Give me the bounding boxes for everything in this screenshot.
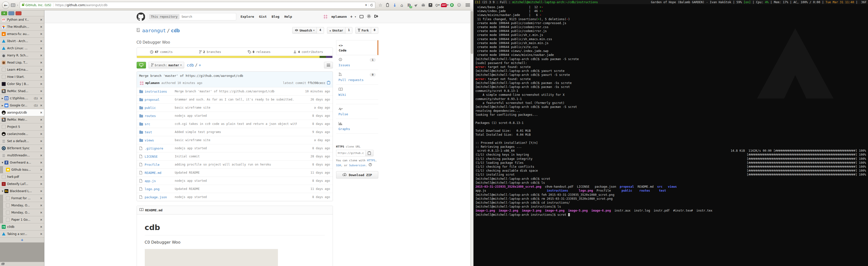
sidebar-item-wiki[interactable]: Wiki — [336, 85, 378, 100]
star-count[interactable]: 1 — [345, 27, 352, 33]
commit-author-link[interactable]: mplamann — [146, 81, 160, 85]
copy-sha-icon[interactable] — [327, 81, 330, 85]
tab-row[interactable]: ITPython and Y...× — [0, 16, 44, 23]
tab-row[interactable]: Format for ...× — [0, 195, 44, 202]
settings-gear-icon[interactable] — [367, 14, 371, 19]
twisty-icon[interactable]: ▶ — [2, 97, 4, 100]
home-icon[interactable]: ⌂ — [398, 2, 405, 8]
disconnect-icon[interactable]: D — [448, 2, 456, 8]
tab-close-icon[interactable]: × — [38, 90, 44, 93]
file-commit-message-link[interactable]: basic wireframe site — [175, 138, 297, 142]
github-logo-icon[interactable] — [136, 12, 145, 21]
tab-row[interactable]: eemacs-fu: au...× — [0, 31, 44, 38]
clipboard-icon[interactable] — [384, 2, 391, 8]
tab-close-icon[interactable]: × — [38, 190, 44, 193]
search-box[interactable]: This repository — [148, 13, 236, 21]
scrollbar-thumb[interactable] — [471, 11, 473, 54]
tab-close-icon[interactable]: × — [38, 161, 44, 164]
file-name-link[interactable]: .gitignore — [145, 146, 175, 150]
twisty-icon[interactable]: ▶ — [2, 104, 4, 107]
commit-message-link[interactable]: Merge branch 'master' of https://github.… — [137, 72, 333, 79]
tab-row[interactable]: ▼fOverheard a...× — [0, 159, 44, 166]
back-button[interactable]: ← — [2, 1, 9, 9]
tab-close-icon[interactable]: × — [38, 232, 44, 236]
tab-close-icon[interactable]: × — [38, 125, 44, 129]
username-link[interactable]: mplamann — [332, 15, 347, 19]
sidebar-item-issues[interactable]: 1Issues — [336, 55, 378, 70]
tab-close-icon[interactable]: × — [38, 225, 44, 229]
new-file-button[interactable]: + — [199, 63, 201, 67]
clone-in-desktop-button[interactable] — [136, 62, 146, 68]
watch-button[interactable]: Unwatch▼ 4 — [292, 27, 324, 34]
tab-row[interactable]: RReMix: Shad...× — [0, 88, 44, 95]
feedback-smiley-icon[interactable]: ☺ — [456, 2, 463, 8]
file-commit-message-link[interactable]: Added simple test programs — [175, 130, 297, 134]
clone-ssh-link[interactable]: SSH — [336, 164, 341, 167]
tab-close-icon[interactable]: × — [38, 111, 44, 114]
new-repo-menu[interactable]: + ▼ — [350, 14, 356, 19]
tab-close-icon[interactable]: × — [38, 32, 44, 36]
url-text[interactable]: https://github.com/aarongut/cdb — [56, 3, 364, 7]
file-commit-message-link[interactable]: nodejs app started — [175, 179, 297, 182]
tab-close-icon[interactable]: × — [38, 39, 44, 43]
tab-close-icon[interactable]: × — [38, 197, 44, 200]
file-name-link[interactable]: README.md — [145, 171, 175, 175]
sign-out-icon[interactable] — [374, 14, 378, 19]
tab-row[interactable]: //@c0db× — [0, 223, 44, 231]
sidebar-item-graphs[interactable]: Graphs — [336, 119, 378, 134]
tab-row[interactable]: RReMix: Metr...× — [0, 116, 44, 123]
tab-close-icon[interactable]: × — [38, 46, 44, 50]
tab-row[interactable]: Harry R. Sch...× — [0, 52, 44, 59]
tab-close-icon[interactable]: × — [38, 139, 44, 143]
tab-close-icon[interactable]: × — [38, 104, 44, 107]
tab-row[interactable]: libvirt - Arch...× — [0, 38, 44, 45]
tab-row[interactable]: Project 5× — [0, 123, 44, 131]
file-commit-message-link[interactable]: basic wireframe site — [175, 106, 297, 109]
nav-link-explore[interactable]: Explore — [241, 15, 254, 19]
nav-link-blog[interactable]: Blog — [272, 15, 279, 19]
nav-link-gist[interactable]: Gist — [259, 15, 267, 19]
window-stack-icon[interactable] — [1, 263, 4, 265]
tab-row[interactable]: ▶c:\t\philos....(1)× — [0, 95, 44, 102]
file-commit-message-link[interactable]: Grammar and such. As far as I can tell, … — [175, 98, 297, 101]
tab-row[interactable]: multithreadin...× — [0, 152, 44, 159]
tab-close-icon[interactable]: × — [38, 25, 44, 29]
file-commit-message-link[interactable]: Updated README — [175, 187, 297, 191]
file-commit-message-link[interactable]: nodejs app started — [175, 195, 297, 199]
file-commit-message-link[interactable]: nodejs app started — [175, 114, 297, 118]
tab-close-icon[interactable]: × — [38, 204, 44, 207]
file-name-link[interactable]: views — [145, 138, 175, 142]
android-icon[interactable] — [420, 2, 427, 8]
file-name-link[interactable]: Procfile — [145, 163, 175, 166]
tab-row[interactable]: hw9.pdf× — [0, 173, 44, 180]
sidebar-blue-button[interactable] — [8, 11, 14, 15]
tab-close-icon[interactable]: × — [38, 82, 44, 86]
url-bar[interactable]: GitHub, Inc. (US) https://github.com/aar… — [20, 2, 375, 9]
tab-row[interactable]: The Mindfuln...× — [0, 23, 44, 31]
nav-link-help[interactable]: Help — [284, 15, 292, 19]
clone-url-input[interactable] — [336, 150, 365, 156]
help-icon[interactable]: ? — [369, 164, 372, 167]
tab-close-icon[interactable]: × — [38, 132, 44, 136]
sidebar-red-button[interactable] — [16, 11, 22, 15]
tab-row[interactable]: Monday, O...× — [0, 202, 44, 209]
stat-contributors[interactable]: 4 contributors — [284, 48, 333, 56]
download-arrow-icon[interactable]: ↓ — [391, 2, 398, 8]
fork-count[interactable]: 0 — [371, 27, 378, 33]
url-dropdown-icon[interactable]: ▼ — [364, 4, 368, 6]
adblock-plus-icon[interactable]: ABP▼ — [441, 2, 448, 8]
file-commit-message-link[interactable]: Merge branch 'master' of https://github.… — [175, 90, 297, 93]
file-name-link[interactable]: app.js — [145, 179, 175, 183]
lamp-icon[interactable]: ▼ — [434, 2, 441, 8]
file-commit-message-link[interactable]: cc0.cgi takes in cc0 code as plain text … — [175, 122, 297, 126]
tab-row[interactable]: Set a default...× — [0, 138, 44, 145]
stat-branches[interactable]: 2 branches — [186, 48, 235, 56]
tab-close-icon[interactable]: × — [38, 146, 44, 150]
tab-close-icon[interactable]: × — [38, 211, 44, 214]
tab-row[interactable]: Monday, O...× — [0, 209, 44, 216]
tab-row[interactable]: ▶Google Gr...(1)× — [0, 102, 44, 109]
file-name-link[interactable]: logo.png — [145, 187, 175, 191]
tab-row[interactable]: ~Detexify LaT...× — [0, 180, 44, 188]
file-name-link[interactable]: test — [145, 130, 175, 134]
clone-https-link[interactable]: HTTPS — [367, 159, 375, 162]
